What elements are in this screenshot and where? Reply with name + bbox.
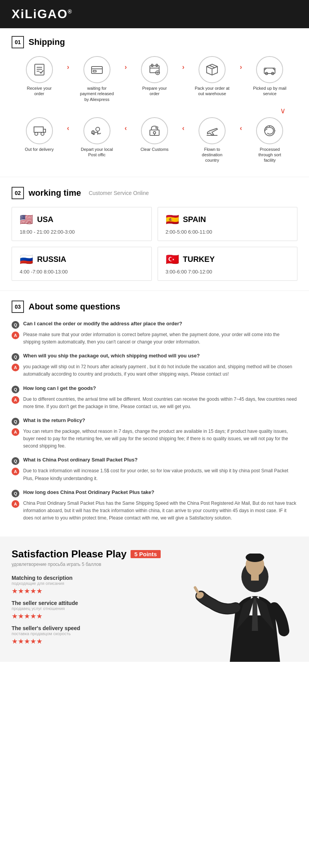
q-badge-4: Q	[12, 418, 19, 425]
qa-item-6: Q How long does China Post Oridinary Pac…	[12, 489, 297, 522]
step-pack-label: Pack your order at out warehouse	[195, 85, 229, 97]
step-sort-icon	[256, 117, 283, 144]
rating-stars-1: ★★★★★	[12, 587, 189, 595]
step-customs: Clear Customs	[127, 117, 182, 152]
shipping-row-2: Out for delivery ‹ Depart your local Pos…	[12, 117, 297, 163]
rating-sub-3: поставка продавцом скорость	[12, 631, 189, 636]
q-text-2: When will you ship the package out, whic…	[23, 353, 200, 359]
step-outdelivery-icon	[26, 117, 53, 144]
q-row-4: Q What is the return Policy?	[12, 417, 297, 425]
satisfaction-title-text: Satisfaction Please Play	[12, 548, 127, 560]
working-subtitle: Customer Service Online	[89, 190, 149, 196]
svg-rect-4	[92, 67, 102, 73]
rating-2: The seller service attitude продавец усл…	[12, 600, 189, 620]
spain-hours: 2:00-5:00 6:00-11:00	[166, 229, 290, 235]
country-russia: 🇷🇺 RUSSIA 4:00 -7:00 8:00-13:00	[12, 247, 152, 281]
a-row-2: A you package will ship out in 72 hours …	[12, 363, 297, 378]
usa-hours: 18:00 - 21:00 22:00-3:00	[20, 229, 144, 235]
q-badge-3: Q	[12, 386, 19, 393]
working-title: 02 working time Customer Service Online	[12, 187, 297, 199]
rating-label-3: The seller's delivery speed	[12, 625, 189, 631]
step-sort-label: Processed through sort facility	[252, 147, 287, 163]
q-text-6: How long does China Post Oridinary Packe…	[23, 489, 154, 495]
usa-flag: 🇺🇸	[20, 213, 33, 226]
step-pickup: Picked up by mail service	[242, 56, 297, 97]
qa-item-3: Q How long can I get the goods? A Due to…	[12, 385, 297, 410]
points-badge: 5 Points	[131, 550, 161, 558]
turkey-name: 🇹🇷 TURKEY	[166, 253, 290, 266]
country-grid: 🇺🇸 USA 18:00 - 21:00 22:00-3:00 🇪🇸 SPAIN…	[12, 207, 297, 281]
turkey-hours: 3:00-6:00 7:00-12:00	[166, 269, 290, 275]
a-badge-4: A	[12, 428, 19, 436]
step-pickup-label: Picked up by mail service	[252, 85, 287, 97]
step-customs-label: Clear Customs	[141, 147, 169, 152]
shipping-title: 01 Shipping	[12, 36, 297, 48]
step-prepare-icon	[141, 56, 168, 83]
questions-label: About some questions	[29, 302, 120, 312]
svg-rect-38	[251, 575, 259, 581]
usa-name: 🇺🇸 USA	[20, 213, 144, 226]
q-text-4: What is the return Policy?	[23, 417, 85, 423]
spain-label: SPAIN	[183, 215, 206, 224]
russia-hours: 4:00 -7:00 8:00-13:00	[20, 269, 144, 275]
brand-sup: ®	[68, 9, 73, 15]
country-usa: 🇺🇸 USA 18:00 - 21:00 22:00-3:00	[12, 207, 152, 241]
russia-flag: 🇷🇺	[20, 253, 33, 266]
header: XiLiGAO®	[0, 0, 309, 28]
step-flown-icon	[199, 117, 226, 144]
qa-item-4: Q What is the return Policy? A You can r…	[12, 417, 297, 450]
step-pack: Pack your order at out warehouse	[185, 56, 240, 97]
a-row-6: A China Post Oridinary Small Packet Plus…	[12, 500, 297, 522]
a-row-5: A Due to track information will increase…	[12, 467, 297, 482]
country-spain: 🇪🇸 SPAIN 2:00-5:00 6:00-11:00	[158, 207, 298, 241]
shipping-row-1: Receive your order › waiting for payment…	[12, 56, 297, 102]
section-num-03: 03	[12, 301, 24, 313]
a-row-4: A You can return the package, without re…	[12, 428, 297, 450]
q-text-3: How long can I get the goods?	[23, 385, 96, 391]
svg-line-40	[195, 588, 198, 592]
a-row-3: A Due to different countries, the arriva…	[12, 396, 297, 410]
step-receive-label: Receive your order	[22, 85, 57, 97]
q-text-1: Can I cancel the order or modify the add…	[23, 321, 182, 326]
section-num-02: 02	[12, 187, 24, 199]
a-text-5: Due to track information will increase 1…	[23, 467, 297, 482]
a-text-3: Due to different countries, the arrival …	[23, 396, 297, 410]
country-turkey: 🇹🇷 TURKEY 3:00-6:00 7:00-12:00	[158, 247, 298, 281]
rating-stars-3: ★★★★★	[12, 637, 189, 646]
russia-label: RUSSIA	[37, 255, 66, 264]
a-row-1: A Please make sure that your order infor…	[12, 331, 297, 346]
brand-text: XiLiGAO	[12, 7, 68, 21]
spain-flag: 🇪🇸	[166, 213, 179, 226]
q-row-5: Q What is China Post ordinary Small Pack…	[12, 457, 297, 465]
questions-title: 03 About some questions	[12, 301, 297, 313]
satisfaction-title: Satisfaction Please Play 5 Points	[12, 548, 189, 560]
a-text-6: China Post Oridinary Small Packet Plus h…	[23, 500, 297, 522]
section-num-01: 01	[12, 36, 24, 48]
a-badge-2: A	[12, 364, 19, 371]
step-receive-icon	[26, 56, 53, 83]
step-pickup-icon	[256, 56, 283, 83]
step-payment-label: waiting for payment released by Aliexpre…	[80, 85, 114, 102]
q-text-5: What is China Post ordinary Small Packet…	[23, 457, 138, 463]
q-badge-6: Q	[12, 490, 19, 497]
brand-name: XiLiGAO®	[12, 7, 73, 21]
satisfaction-section: Satisfaction Please Play 5 Points удовле…	[0, 537, 309, 662]
rating-label-2: The seller service attitude	[12, 600, 189, 606]
turkey-label: TURKEY	[183, 255, 215, 264]
step-prepare: Prepare your order	[127, 56, 182, 97]
step-payment-icon	[83, 56, 110, 83]
qa-item-1: Q Can I cancel the order or modify the a…	[12, 321, 297, 346]
questions-section: 03 About some questions Q Can I cancel t…	[0, 293, 309, 537]
svg-point-22	[41, 132, 44, 135]
arrow-down: ∨	[12, 106, 297, 115]
q-badge-2: Q	[12, 353, 19, 361]
a-badge-1: A	[12, 331, 19, 339]
shipping-label: Shipping	[29, 37, 65, 47]
step-outdelivery-label: Out for delivery	[25, 147, 54, 152]
shipping-section: 01 Shipping Receive your order ›	[0, 28, 309, 175]
step-sort: Processed through sort facility	[242, 117, 297, 163]
step-pack-icon	[199, 56, 226, 83]
rating-sub-1: подходящие для описания	[12, 581, 189, 586]
q-row-3: Q How long can I get the goods?	[12, 385, 297, 393]
step-outdelivery: Out for delivery	[12, 117, 67, 152]
